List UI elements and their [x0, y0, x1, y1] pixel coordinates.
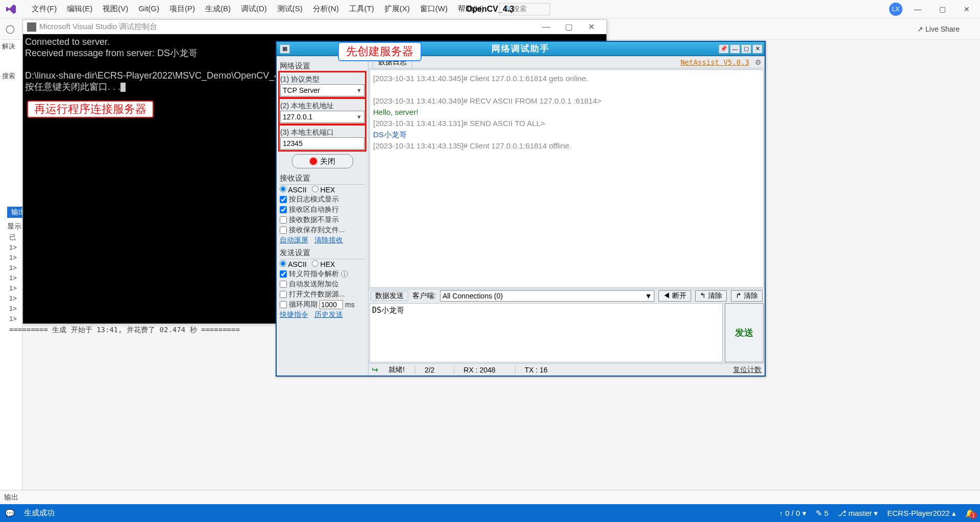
vs-statusbar: 💬 生成成功 ↑ 0 / 0 ▾ ✎ 5 ⎇ master ▾ ECRS-Pla… — [0, 504, 980, 522]
netassist-titlebar: ▦ 先创建服务器 网络调试助手 📌 — ▢ ✕ — [277, 42, 765, 56]
maximize-button[interactable]: ▢ — [933, 3, 951, 16]
build-status: 生成成功 — [24, 508, 55, 518]
netassist-pin-icon[interactable]: 📌 — [719, 44, 729, 54]
annotation-create-server: 先创建服务器 — [338, 42, 422, 61]
ready-label: 就绪! — [388, 365, 405, 375]
clear-recv-link[interactable]: 清除接收 — [314, 236, 343, 245]
client-value: All Connections (0) — [443, 292, 503, 300]
chevron-down-icon: ▼ — [645, 292, 652, 300]
chevron-down-icon: ▼ — [356, 87, 362, 93]
menu-item[interactable]: 视图(V) — [97, 1, 133, 17]
chevron-down-icon: ▼ — [356, 114, 362, 120]
recv-option[interactable]: 按日志模式显示 — [280, 195, 365, 204]
console-maximize-button[interactable]: ▢ — [557, 22, 580, 32]
client-select[interactable]: All Connections (0)▼ — [440, 290, 654, 302]
recv-hex-radio[interactable]: HEX — [312, 186, 335, 194]
console-close-button[interactable]: ✕ — [580, 22, 602, 32]
record-dot-icon — [310, 158, 317, 165]
data-send-tab[interactable]: 数据发送 — [371, 291, 408, 301]
minimize-button[interactable]: — — [909, 3, 927, 16]
data-log-area: [2023-10-31 13:41:40.345]# Client 127.0.… — [370, 69, 764, 288]
recv-option[interactable]: 接收数据不显示 — [280, 215, 365, 225]
user-avatar-badge[interactable]: LX — [889, 3, 902, 16]
netassist-title: 网络调试助手 — [492, 43, 550, 55]
send-textarea[interactable]: DS小龙哥 — [370, 303, 723, 362]
send-option[interactable]: 自动发送附加位 — [280, 280, 365, 289]
output-label: 输出 — [4, 493, 18, 502]
netassist-window: ▦ 先创建服务器 网络调试助手 📌 — ▢ ✕ 网络设置 (1) 协议类型 TC… — [276, 41, 766, 377]
menu-item[interactable]: 项目(P) — [164, 1, 200, 17]
send-ascii-radio[interactable]: ASCII — [280, 260, 307, 268]
port-input[interactable] — [280, 137, 364, 150]
menu-item[interactable]: 工具(T) — [344, 1, 379, 17]
disconnect-button[interactable]: ◀ 断开 — [658, 290, 691, 302]
menu-item[interactable]: 文件(F) — [27, 1, 62, 17]
back-icon[interactable]: ◯ — [4, 23, 16, 35]
send-option[interactable]: 打开文件数据源... — [280, 290, 365, 299]
recv-option[interactable]: 接收保存到文件... — [280, 226, 365, 235]
live-share-label: Live Share — [925, 25, 960, 33]
console-title: Microsoft Visual Studio 调试控制台 — [39, 22, 535, 32]
close-connection-button[interactable]: 关闭 — [292, 154, 353, 168]
build-summary-line: ========= 生成 开始于 13:41, 并花费了 02.474 秒 ==… — [9, 326, 240, 335]
console-minimize-button[interactable]: — — [535, 22, 557, 32]
chat-icon[interactable]: 💬 — [5, 509, 15, 518]
netassist-minimize-button[interactable]: — — [730, 44, 740, 54]
status-rx: RX : 2048 — [454, 366, 504, 374]
build-output-lines: 已1>1>1>1>1>1>1>1> — [9, 232, 22, 324]
send-button[interactable]: 发送 — [725, 303, 764, 362]
protocol-select[interactable]: TCP Server▼ — [280, 84, 364, 96]
annotation-run-client: 再运行程序连接服务器 — [27, 101, 154, 118]
port-label: (3) 本地主机端口 — [280, 128, 364, 137]
notification-bell-icon[interactable]: 🔔1 — [965, 509, 975, 518]
host-select[interactable]: 127.0.0.1▼ — [280, 111, 364, 123]
send-hex-radio[interactable]: HEX — [312, 260, 335, 268]
pending-changes[interactable]: ✎ 5 — [816, 509, 829, 518]
share-icon: ↗ — [917, 25, 923, 33]
menu-item[interactable]: 分析(N) — [308, 1, 344, 17]
netassist-maximize-button[interactable]: ▢ — [741, 44, 751, 54]
history-link[interactable]: 历史发送 — [314, 310, 343, 319]
git-branch[interactable]: ⎇ master ▾ — [838, 509, 878, 518]
recv-ascii-radio[interactable]: ASCII — [280, 186, 307, 194]
menu-item[interactable]: Git(G) — [133, 1, 164, 17]
log-header: 数据日志 NetAssist V5.0.3 ⚙ — [369, 56, 765, 68]
netassist-close-button[interactable]: ✕ — [752, 44, 763, 54]
reset-count-link[interactable]: 复位计数 — [733, 365, 762, 375]
info-icon: i — [341, 270, 348, 278]
quick-cmd-link[interactable]: 快捷指令 — [280, 310, 308, 319]
recv-option[interactable]: 接收区自动换行 — [280, 205, 365, 214]
show-label: 显示 — [7, 222, 21, 231]
clear-right-button[interactable]: ↱ 清除 — [731, 290, 763, 302]
auto-scroll-link[interactable]: 自动滚屏 — [280, 236, 308, 245]
menu-item[interactable]: 窗口(W) — [415, 1, 453, 17]
search-label: 搜索 — [2, 71, 20, 81]
close-btn-label: 关闭 — [320, 157, 335, 166]
send-option[interactable]: 转义符指令解析 i — [280, 269, 365, 279]
send-settings-group: 发送设置 — [280, 247, 365, 259]
menu-item[interactable]: 编辑(E) — [62, 1, 97, 17]
menu-item[interactable]: 调试(D) — [236, 1, 272, 17]
gear-icon[interactable]: ⚙ — [755, 58, 762, 66]
menu-item[interactable]: 测试(S) — [272, 1, 308, 17]
ready-icon: ↪ — [372, 365, 378, 375]
status-tx: TX : 16 — [515, 366, 557, 374]
close-button[interactable]: ✕ — [958, 3, 976, 16]
vs-logo-icon — [4, 2, 18, 16]
network-settings-group: 网络设置 — [280, 60, 365, 72]
vs-window-title: OpenCV_4.3 — [466, 5, 514, 14]
console-icon — [27, 22, 36, 32]
send-option[interactable]: 循环周期 ms — [280, 300, 365, 309]
text-cursor — [120, 83, 126, 92]
menu-item[interactable]: 生成(B) — [200, 1, 236, 17]
clear-left-button[interactable]: ↰ 清除 — [695, 290, 727, 302]
git-repo[interactable]: ECRS-Player2022 ▴ — [887, 509, 956, 518]
menu-item[interactable]: 扩展(X) — [379, 1, 415, 17]
vs-menubar: 文件(F)编辑(E)视图(V)Git(G)项目(P)生成(B)调试(D)测试(S… — [0, 0, 980, 18]
error-count[interactable]: ↑ 0 / 0 ▾ — [779, 509, 806, 518]
netassist-menu-icon[interactable]: ▦ — [280, 44, 290, 54]
status-pos: 2/2 — [415, 366, 444, 374]
live-share-button[interactable]: ↗ Live Share — [917, 25, 960, 33]
netassist-version[interactable]: NetAssist V5.0.3 — [680, 58, 749, 66]
cycle-input[interactable] — [320, 300, 343, 309]
